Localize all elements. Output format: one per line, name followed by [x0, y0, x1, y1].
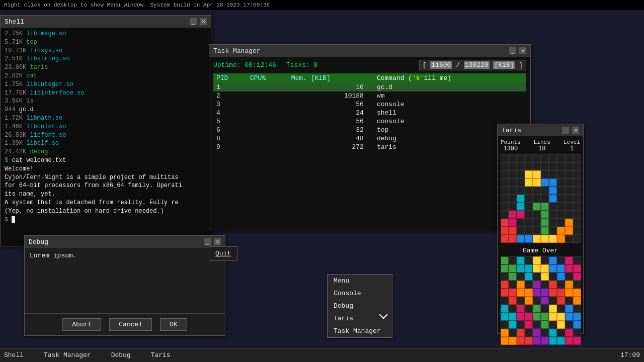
- shell-minimize-button[interactable]: _: [190, 18, 197, 25]
- taskmanager-titlebar: Task Manager _ ✕: [209, 45, 530, 57]
- taskbar-item-shell[interactable]: Shell: [4, 351, 24, 359]
- taris-cell: [549, 289, 557, 297]
- taris-cell: [509, 321, 517, 329]
- taris-cell: [565, 321, 573, 329]
- col-cpu: CPU%: [247, 73, 288, 83]
- taris-cell: [549, 264, 557, 273]
- taris-cell: [549, 329, 557, 337]
- taskmanager-minimize-button[interactable]: _: [509, 47, 516, 54]
- taris-cell: [525, 219, 533, 227]
- taskmanager-title: Task Manager: [213, 47, 509, 55]
- taskmanager-table: PID CPU% Mem. [KiB] Command ('k'ill me) …: [213, 73, 526, 151]
- cpu-cell: [247, 126, 288, 134]
- taskmanager-uptime: Uptime: 00:12:46: [213, 61, 276, 69]
- taris-cell: [509, 273, 517, 281]
- taris-cell: [517, 264, 525, 273]
- mem-unit: [KiB]: [493, 61, 515, 69]
- process-row[interactable]: 8 48 debug: [213, 134, 526, 143]
- process-row[interactable]: 4 24 shell: [213, 109, 526, 117]
- taris-cell: [501, 170, 509, 178]
- taris-cell: [573, 170, 581, 178]
- taris-cell: [517, 235, 525, 243]
- taris-cell: [501, 187, 509, 195]
- taris-cell: [525, 211, 533, 219]
- process-row[interactable]: 5 56 console: [213, 117, 526, 126]
- cpu-cell: [247, 143, 288, 151]
- taskbar-item-debug[interactable]: Debug: [111, 351, 131, 359]
- taskbar-item-taris[interactable]: Taris: [151, 351, 171, 359]
- taris-cell: [517, 256, 525, 264]
- process-row[interactable]: 2 10188 wm: [213, 92, 526, 100]
- process-row[interactable]: 1 16 gc.d: [213, 83, 526, 92]
- shell-titlebar: Shell _ ✕: [1, 16, 211, 28]
- quit-area[interactable]: Quit: [209, 246, 237, 261]
- taris-cell: [549, 162, 557, 170]
- taris-stats: Points 1300 Lines 18 Level 1: [501, 139, 580, 152]
- context-menu-item-taskmanager[interactable]: Task Manager: [328, 325, 392, 337]
- context-menu-item-debug[interactable]: Debug: [328, 300, 392, 312]
- taris-cell: [509, 187, 517, 195]
- cancel-button[interactable]: Cancel: [109, 318, 152, 331]
- taris-points: Points 1300: [501, 139, 521, 152]
- taris-close-button[interactable]: ✕: [572, 127, 579, 134]
- taris-cell: [517, 297, 525, 305]
- taris-cell: [565, 305, 573, 313]
- taris-cell: [573, 273, 581, 281]
- top-bar-text: Right click on desktop to show Menu wind…: [4, 2, 270, 8]
- debug-close-button[interactable]: ✕: [214, 238, 221, 245]
- taris-cell: [549, 281, 557, 289]
- taris-cell: [565, 281, 573, 289]
- context-menu-item-console[interactable]: Console: [328, 287, 392, 300]
- taris-cell: [517, 178, 525, 187]
- taris-cell: [549, 256, 557, 264]
- taris-cell: [549, 321, 557, 329]
- taris-cell: [525, 187, 533, 195]
- process-row[interactable]: 6 32 top: [213, 126, 526, 134]
- taris-cell: [565, 170, 573, 178]
- taris-cell: [549, 273, 557, 281]
- taris-cell: [565, 256, 573, 264]
- shell-line: 3.94K ls: [5, 97, 207, 106]
- mem-cell: 10188: [288, 92, 374, 100]
- quit-label: Quit: [215, 250, 231, 257]
- taris-cell: [509, 154, 517, 162]
- taskmanager-close-button[interactable]: ✕: [519, 47, 526, 54]
- taris-cell: [533, 211, 541, 219]
- uptime-val: 00:12:46: [245, 61, 276, 69]
- process-row[interactable]: 9 272 taris: [213, 143, 526, 151]
- taris-cell: [557, 211, 565, 219]
- taris-cell: [517, 305, 525, 313]
- taris-cell: [501, 227, 509, 235]
- debug-title: Debug: [29, 238, 204, 246]
- context-menu-item-menu[interactable]: Menu: [328, 275, 392, 287]
- taris-cell: [501, 235, 509, 243]
- taris-cell: [533, 227, 541, 235]
- taris-cell: [517, 329, 525, 337]
- shell-line: 2.51K libstring.so: [5, 55, 207, 63]
- abort-button[interactable]: Abort: [62, 318, 101, 331]
- taris-cell: [573, 329, 581, 337]
- taris-cell: [509, 178, 517, 187]
- taris-cell: [573, 305, 581, 313]
- debug-window: Debug _ ✕ Lorem ipsum. Abort Cancel OK: [24, 235, 225, 336]
- col-mem: Mem. [KiB]: [288, 73, 374, 83]
- taris-cell: [501, 264, 509, 273]
- taskbar-item-taskmanager[interactable]: Task Manager: [44, 351, 91, 359]
- taris-cell: [525, 337, 533, 345]
- debug-minimize-button[interactable]: _: [204, 238, 211, 245]
- taris-cell: [557, 337, 565, 345]
- shell-line: 24.42K debug: [5, 148, 207, 156]
- shell-close-button[interactable]: ✕: [200, 18, 207, 25]
- process-row[interactable]: 3 56 console: [213, 100, 526, 109]
- tasks-label: Tasks:: [286, 61, 310, 69]
- taris-cell: [517, 187, 525, 195]
- context-menu: Menu Console Debug Taris Task Manager: [327, 274, 392, 338]
- ok-button[interactable]: OK: [160, 318, 187, 331]
- taris-cell: [501, 211, 509, 219]
- taris-cell: [509, 337, 517, 345]
- taris-cell: [573, 203, 581, 211]
- taris-minimize-button[interactable]: _: [562, 127, 569, 134]
- taris-cell: [541, 195, 549, 203]
- taris-cell: [541, 305, 549, 313]
- taris-cell: [501, 281, 509, 289]
